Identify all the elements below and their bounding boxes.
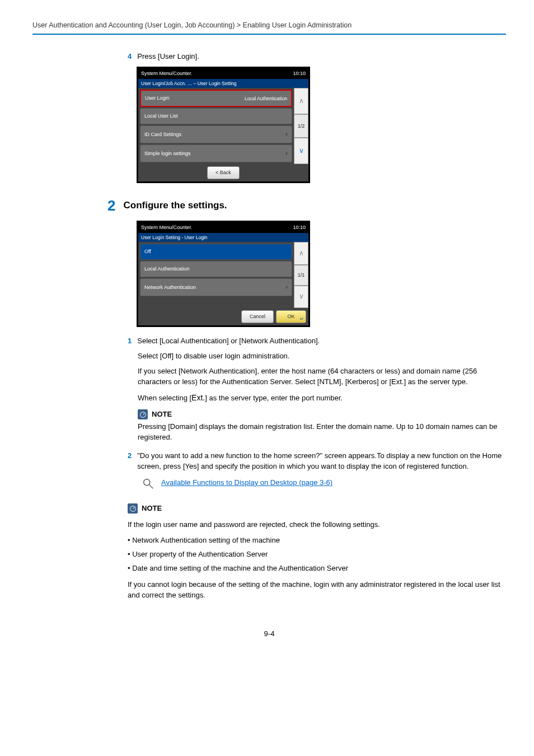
panel-row-label: ID Card Settings xyxy=(144,131,181,138)
panel-time: 10:10 xyxy=(293,70,306,77)
svg-line-1 xyxy=(143,413,144,414)
bullet-item: User property of the Authentication Serv… xyxy=(128,549,503,560)
ok-button[interactable]: OK xyxy=(276,310,306,323)
note-text: Pressing [Domain] displays the domain re… xyxy=(138,422,503,443)
chevron-right-icon: › xyxy=(285,149,288,158)
page-indicator: 1/2 xyxy=(294,114,308,138)
page-indicator: 1/1 xyxy=(294,265,308,286)
scroll-down-button[interactable]: ∨ xyxy=(294,138,308,164)
screenshot-panel-user-login-setting: System Menu/Counter. 10:10 User Login/Jo… xyxy=(137,67,310,183)
note-label: NOTE xyxy=(152,409,172,420)
panel-row-user-login[interactable]: User Login Local Authentication xyxy=(140,90,292,107)
panel-row-label: Off xyxy=(144,248,151,255)
substep-number: 4 xyxy=(128,52,132,62)
panel-title: System Menu/Counter. xyxy=(141,70,193,77)
screenshot-panel-user-login: System Menu/Counter. 10:10 User Login Se… xyxy=(137,221,310,327)
paragraph: If you select [Network Authentication], … xyxy=(138,366,503,388)
magnifier-icon xyxy=(142,478,154,493)
page-number: 9-4 xyxy=(32,629,506,640)
panel-row-off[interactable]: Off xyxy=(140,244,292,260)
panel-row-label: User Login xyxy=(145,95,170,102)
panel-row-label: Network Authentication xyxy=(144,284,196,291)
back-button[interactable]: < Back xyxy=(207,166,240,179)
note-icon xyxy=(138,409,148,419)
note-box: NOTE If the login user name and password… xyxy=(128,503,503,601)
note-text: If you cannot login because of the setti… xyxy=(128,580,503,601)
paragraph: Select [Off] to disable user login admin… xyxy=(138,351,503,362)
bullet-item: Date and time setting of the machine and… xyxy=(128,563,503,574)
panel-row-id-card-settings[interactable]: ID Card Settings › xyxy=(140,125,292,143)
note-label: NOTE xyxy=(142,503,162,514)
panel-row-label: Local Authentication xyxy=(144,265,190,273)
scroll-down-button[interactable]: ∨ xyxy=(294,286,308,309)
substep-number: 1 xyxy=(128,336,132,347)
chevron-right-icon: › xyxy=(285,130,288,139)
svg-point-2 xyxy=(144,479,150,486)
substep-text: "Do you want to add a new function to th… xyxy=(137,451,503,472)
substep-number: 2 xyxy=(128,451,132,461)
note-icon xyxy=(128,503,138,514)
breadcrumb: User Authentication and Accounting (User… xyxy=(32,20,506,35)
step-number: 2 xyxy=(107,198,115,213)
reference-link[interactable]: Available Functions to Display on Deskto… xyxy=(161,478,332,488)
panel-row-label: Simple login settings xyxy=(144,150,191,157)
svg-line-5 xyxy=(133,507,134,508)
bullet-item: Network Authentication setting of the ma… xyxy=(128,535,503,546)
panel-crumb: User Login/Job Accn. … – User Login Sett… xyxy=(138,79,308,88)
svg-line-3 xyxy=(149,484,153,488)
note-text: If the login user name and password are … xyxy=(128,520,503,530)
scroll-up-button[interactable]: ∧ xyxy=(294,242,308,265)
panel-time: 10:10 xyxy=(293,224,306,231)
panel-row-local-user-list[interactable]: Local User List xyxy=(140,108,292,124)
substep-text: Press [User Login]. xyxy=(137,52,199,62)
panel-crumb: User Login Setting - User Login xyxy=(138,233,308,242)
scroll-up-button[interactable]: ∧ xyxy=(294,88,308,114)
note-box: NOTE Pressing [Domain] displays the doma… xyxy=(138,409,503,444)
cancel-button[interactable]: Cancel xyxy=(241,310,274,323)
panel-row-value: Local Authentication xyxy=(245,95,287,102)
panel-row-label: Local User List xyxy=(144,113,178,120)
panel-row-network-authentication[interactable]: Network Authentication › xyxy=(140,278,292,296)
panel-title: System Menu/Counter. xyxy=(141,224,193,231)
panel-row-simple-login-settings[interactable]: Simple login settings › xyxy=(140,144,292,162)
paragraph: When selecting [Ext.] as the server type… xyxy=(138,392,503,404)
step-title: Configure the settings. xyxy=(123,199,227,213)
substep-text: Select [Local Authentication] or [Networ… xyxy=(137,336,320,347)
chevron-right-icon: › xyxy=(285,283,288,292)
panel-row-local-authentication[interactable]: Local Authentication xyxy=(140,261,292,277)
